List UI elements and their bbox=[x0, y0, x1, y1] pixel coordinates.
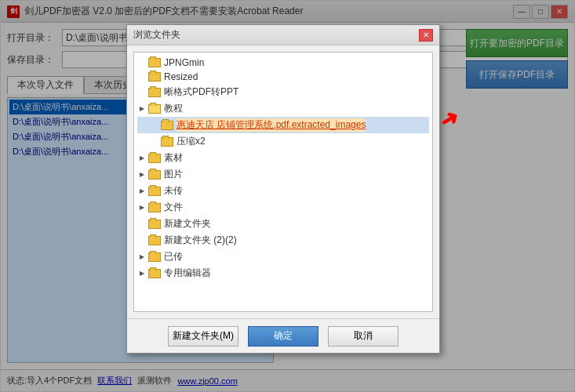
tree-item-12[interactable]: ▶ 已传 bbox=[137, 249, 429, 265]
tree-label-7: 图片 bbox=[164, 168, 183, 181]
tree-arrow-6: ▶ bbox=[137, 154, 147, 163]
tree-item-7[interactable]: ▶ 图片 bbox=[137, 166, 429, 183]
folder-icon-12 bbox=[148, 252, 161, 262]
dialog-close-button[interactable]: ✕ bbox=[419, 29, 433, 42]
folder-tree[interactable]: JPNGmin Resized 晰格式PDF转PPT ▶ 教程 bbox=[133, 52, 433, 312]
tree-label-5: 压缩x2 bbox=[177, 135, 206, 148]
browse-dialog: 浏览文件夹 ✕ JPNGmin Resized bbox=[126, 24, 440, 354]
folder-icon-3 bbox=[148, 104, 161, 114]
folder-icon-5 bbox=[161, 137, 173, 147]
tree-label-12: 已传 bbox=[164, 250, 183, 263]
tree-arrow-8: ▶ bbox=[137, 187, 147, 196]
tree-label-3: 教程 bbox=[164, 102, 183, 115]
tree-label-6: 素材 bbox=[164, 151, 183, 165]
tree-arrow-9: ▶ bbox=[137, 203, 147, 212]
tree-arrow-7: ▶ bbox=[137, 170, 147, 180]
tree-item-4[interactable]: 惠迪天店 店铺管理系统.pdf.extracted_images bbox=[137, 117, 429, 133]
folder-icon-10 bbox=[148, 220, 161, 229]
dialog-body: JPNGmin Resized 晰格式PDF转PPT ▶ 教程 bbox=[127, 45, 439, 318]
tree-item-8[interactable]: ▶ 未传 bbox=[137, 183, 429, 199]
tree-label-13: 专用编辑器 bbox=[164, 267, 211, 280]
tree-item-13[interactable]: ▶ 专用编辑器 bbox=[137, 265, 429, 281]
tree-label-9: 文件 bbox=[164, 201, 183, 214]
tree-arrow-1 bbox=[137, 72, 147, 82]
folder-icon-7 bbox=[148, 170, 161, 180]
new-folder-button[interactable]: 新建文件夹(M) bbox=[168, 326, 238, 347]
folder-icon-2 bbox=[148, 88, 161, 97]
tree-item-9[interactable]: ▶ 文件 bbox=[137, 199, 429, 216]
confirm-button[interactable]: 确定 bbox=[248, 326, 318, 347]
dialog-footer: 新建文件夹(M) 确定 取消 bbox=[127, 318, 439, 353]
folder-icon-13 bbox=[148, 269, 161, 278]
folder-icon-1 bbox=[148, 72, 161, 82]
folder-icon-11 bbox=[148, 236, 161, 245]
tree-arrow-4 bbox=[150, 121, 159, 130]
tree-label-8: 未传 bbox=[164, 184, 183, 198]
folder-icon-0 bbox=[148, 58, 161, 67]
cancel-button[interactable]: 取消 bbox=[328, 326, 398, 347]
tree-item-3[interactable]: ▶ 教程 bbox=[137, 100, 429, 117]
dialog-title-text: 浏览文件夹 bbox=[133, 28, 419, 42]
dialog-title-bar: 浏览文件夹 ✕ bbox=[127, 25, 439, 45]
folder-icon-4 bbox=[161, 121, 173, 130]
tree-arrow-10 bbox=[137, 220, 147, 229]
tree-arrow-11 bbox=[137, 236, 147, 245]
tree-arrow-12: ▶ bbox=[137, 252, 147, 262]
tree-label-11: 新建文件夹 (2)(2) bbox=[164, 234, 237, 247]
tree-item-1[interactable]: Resized bbox=[137, 70, 429, 84]
main-window: 剑 剑儿PDF加密器 V2.0 加密后的PDF文档不需要安装Acrobat Re… bbox=[0, 0, 575, 392]
tree-label-2: 晰格式PDF转PPT bbox=[164, 85, 238, 99]
folder-icon-9 bbox=[148, 203, 161, 212]
tree-item-10[interactable]: 新建文件夹 bbox=[137, 216, 429, 232]
tree-label-4: 惠迪天店 店铺管理系统.pdf.extracted_images bbox=[177, 118, 366, 132]
tree-arrow-0 bbox=[137, 58, 147, 67]
tree-arrow-3: ▶ bbox=[137, 104, 147, 114]
tree-item-11[interactable]: 新建文件夹 (2)(2) bbox=[137, 232, 429, 249]
tree-arrow-2 bbox=[137, 88, 147, 97]
tree-arrow-5 bbox=[150, 137, 159, 147]
tree-label-1: Resized bbox=[164, 71, 198, 82]
tree-arrow-13: ▶ bbox=[137, 269, 147, 278]
tree-item-5[interactable]: 压缩x2 bbox=[137, 133, 429, 150]
tree-item-2[interactable]: 晰格式PDF转PPT bbox=[137, 84, 429, 100]
folder-icon-6 bbox=[148, 154, 161, 163]
tree-label-10: 新建文件夹 bbox=[164, 217, 211, 230]
tree-label-0: JPNGmin bbox=[164, 57, 204, 68]
folder-icon-8 bbox=[148, 187, 161, 196]
tree-item-0[interactable]: JPNGmin bbox=[137, 56, 429, 70]
tree-item-6[interactable]: ▶ 素材 bbox=[137, 150, 429, 166]
